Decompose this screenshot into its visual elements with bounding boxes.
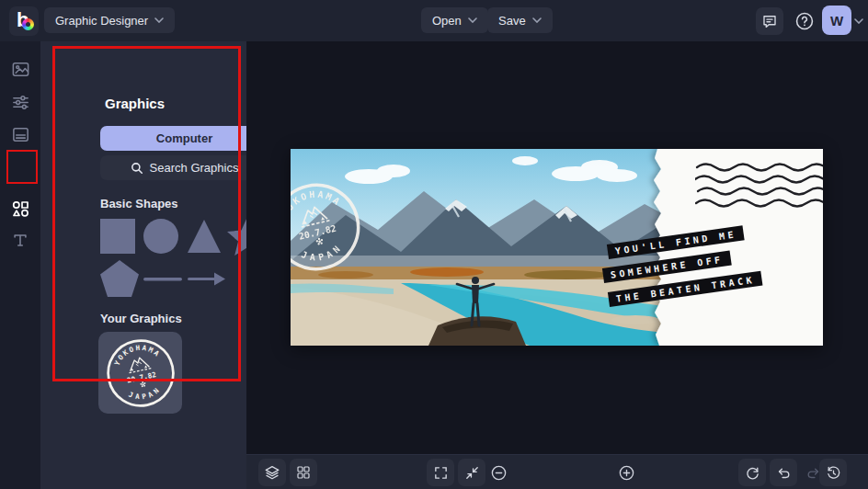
shape-line[interactable] <box>143 278 182 281</box>
app-mode-label: Graphic Designer <box>55 14 148 28</box>
help-icon <box>794 11 815 31</box>
text-icon <box>11 231 29 249</box>
postal-wave-lines-graphic[interactable] <box>695 162 823 219</box>
zoom-in-button[interactable] <box>612 459 640 486</box>
shape-pentagon[interactable] <box>99 259 140 298</box>
shape-arrow[interactable] <box>186 270 226 288</box>
basic-shapes-label: Basic Shapes <box>100 197 178 210</box>
expand-icon <box>433 465 449 481</box>
refresh-icon <box>745 465 760 481</box>
redo-icon <box>805 465 821 481</box>
feedback-chat-button[interactable] <box>756 7 783 35</box>
layers-button[interactable] <box>258 459 286 486</box>
app-window: b Graphic Designer Open Save W <box>0 0 868 489</box>
shape-triangle[interactable] <box>186 218 223 255</box>
history-icon <box>826 465 841 481</box>
fullscreen-button[interactable] <box>427 459 454 486</box>
svg-text:20.7.82: 20.7.82 <box>126 370 156 383</box>
layers-icon <box>264 464 280 481</box>
canvas-workspace: YOU'LL FIND ME SOMEWHERE OFF THE BEATEN … <box>246 41 868 454</box>
help-button[interactable] <box>791 7 818 35</box>
collapse-icon <box>464 465 480 481</box>
search-icon <box>131 162 143 175</box>
panel-title: Graphics <box>105 96 165 111</box>
history-button[interactable] <box>819 459 847 486</box>
zoom-out-button[interactable] <box>485 459 512 486</box>
sidebar-item-text[interactable] <box>0 223 40 256</box>
open-label: Open <box>432 14 462 28</box>
sidebar-item-adjustments[interactable] <box>0 85 40 119</box>
left-toolbar <box>0 41 41 489</box>
undo-icon <box>776 465 792 481</box>
your-graphics-stamp-thumbnail[interactable]: YOKOHAMA JAPAN 20.7.82 <box>98 332 182 414</box>
sidebar-item-graphics[interactable] <box>0 192 40 225</box>
account-chevron-down-icon[interactable] <box>854 18 863 24</box>
chevron-down-icon <box>468 17 477 23</box>
chat-icon <box>761 13 778 29</box>
reset-button[interactable] <box>738 459 766 486</box>
user-avatar[interactable]: W <box>822 6 851 35</box>
avatar-initial: W <box>830 13 843 28</box>
sidebar-item-templates[interactable] <box>0 118 40 151</box>
search-graphics-button[interactable]: Search Graphics <box>100 155 268 180</box>
fit-to-screen-button[interactable] <box>458 459 485 486</box>
undo-button[interactable] <box>770 459 797 486</box>
bottom-toolbar: 41% <box>246 454 868 489</box>
save-button[interactable]: Save <box>487 7 553 33</box>
design-canvas[interactable]: YOU'LL FIND ME SOMEWHERE OFF THE BEATEN … <box>291 149 823 346</box>
basic-shapes-header[interactable]: Basic Shapes <box>100 196 268 210</box>
color-wheel-icon <box>22 18 34 30</box>
computer-upload-button[interactable]: Computer <box>100 126 268 151</box>
your-graphics-header[interactable]: Your Graphics <box>100 311 268 325</box>
sidebar-item-image[interactable] <box>0 52 40 85</box>
computer-label: Computer <box>156 131 212 145</box>
open-button[interactable]: Open <box>421 7 488 33</box>
minus-circle-icon <box>490 464 508 482</box>
grid-icon <box>296 465 311 480</box>
plus-circle-icon <box>618 464 635 482</box>
grid-view-button[interactable] <box>290 459 317 486</box>
app-logo[interactable]: b <box>9 6 39 36</box>
search-graphics-label: Search Graphics <box>150 161 239 175</box>
graphics-panel: Graphics Computer Search Graphics Basic … <box>40 41 246 489</box>
save-label: Save <box>498 14 526 28</box>
templates-icon <box>11 125 30 144</box>
image-icon <box>11 60 30 79</box>
shape-circle[interactable] <box>143 219 178 254</box>
shape-square[interactable] <box>100 219 135 254</box>
adjustments-icon <box>11 93 30 112</box>
app-mode-menu[interactable]: Graphic Designer <box>44 7 175 33</box>
top-bar: b Graphic Designer Open Save W <box>0 0 868 42</box>
chevron-down-icon <box>154 17 164 23</box>
graphics-icon <box>10 199 30 219</box>
your-graphics-label: Your Graphics <box>100 312 182 325</box>
yokohama-stamp-graphic: YOKOHAMA JAPAN 20.7.82 <box>98 331 181 414</box>
chevron-down-icon <box>532 17 542 23</box>
